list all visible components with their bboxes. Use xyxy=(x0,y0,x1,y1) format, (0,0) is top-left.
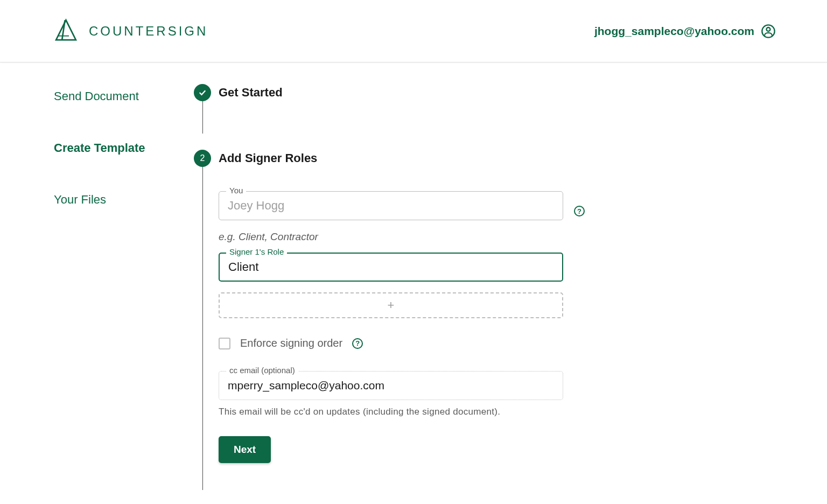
sidebar-item-send-document[interactable]: Send Document xyxy=(54,89,194,141)
user-icon xyxy=(761,24,776,39)
logo-icon xyxy=(51,16,81,46)
step-get-started: Get Started xyxy=(194,84,827,101)
svg-point-1 xyxy=(767,27,770,31)
enforce-order-label: Enforce signing order xyxy=(240,337,342,349)
enforce-order-checkbox[interactable] xyxy=(219,338,230,349)
help-icon-enforce[interactable]: ? xyxy=(352,338,363,349)
step-title-2: Add Signer Roles xyxy=(219,150,317,165)
step-title-1: Get Started xyxy=(219,84,283,100)
check-icon xyxy=(198,88,207,97)
signer-role-label: Signer 1's Role xyxy=(226,247,287,256)
sidebar: Send Document Create Template Your Files xyxy=(54,84,194,463)
you-field-input[interactable] xyxy=(219,191,563,220)
user-menu[interactable]: jhogg_sampleco@yahoo.com xyxy=(594,24,776,39)
role-hint: e.g. Client, Contractor xyxy=(219,231,595,243)
next-button[interactable]: Next xyxy=(219,436,271,463)
cc-email-input[interactable] xyxy=(219,371,563,400)
sidebar-item-your-files[interactable]: Your Files xyxy=(54,193,194,244)
step-connector-1 xyxy=(202,101,203,134)
signer-role-field-group: Signer 1's Role xyxy=(219,253,595,282)
you-field-label: You xyxy=(226,186,246,195)
cc-email-field-group: cc email (optional) xyxy=(219,371,563,400)
logo[interactable]: COUNTERSIGN xyxy=(51,16,208,46)
signer-role-input[interactable] xyxy=(219,253,563,282)
step-content: You ? e.g. Client, Contractor Signer 1's… xyxy=(219,167,595,463)
cc-hint: This email will be cc'd on updates (incl… xyxy=(219,407,595,417)
plus-icon: + xyxy=(388,298,395,312)
step-indicator-1 xyxy=(194,84,211,101)
main-content: Send Document Create Template Your Files… xyxy=(0,62,827,463)
logo-text: COUNTERSIGN xyxy=(89,24,208,39)
you-field-group: You xyxy=(219,191,563,220)
enforce-order-row: Enforce signing order ? xyxy=(219,337,595,349)
step-indicator-2: 2 xyxy=(194,150,211,167)
step-connector-2 xyxy=(202,167,203,490)
sidebar-item-create-template[interactable]: Create Template xyxy=(54,141,194,193)
step-add-signer-roles: 2 Add Signer Roles xyxy=(194,150,827,167)
user-email: jhogg_sampleco@yahoo.com xyxy=(594,25,754,38)
wizard: Get Started 2 Add Signer Roles You ? e.g… xyxy=(194,84,827,463)
add-signer-button[interactable]: + xyxy=(219,292,563,318)
help-icon-you[interactable]: ? xyxy=(574,206,585,216)
app-header: COUNTERSIGN jhogg_sampleco@yahoo.com xyxy=(0,0,827,62)
step-number-2: 2 xyxy=(200,153,205,163)
cc-email-label: cc email (optional) xyxy=(226,366,298,375)
